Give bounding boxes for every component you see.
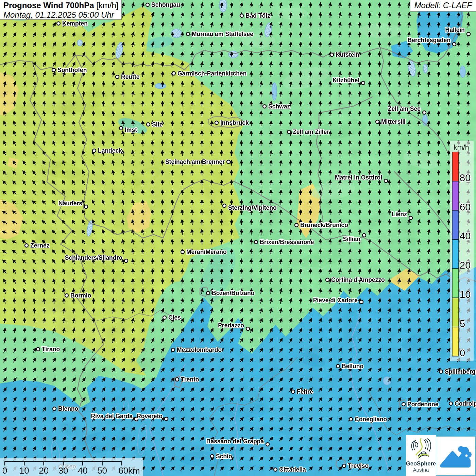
city-marker [449, 402, 453, 405]
city-label: Zernez [30, 242, 50, 249]
legend-tick-label: 0 [460, 347, 465, 358]
city-label: Brixen/Bressanone [260, 239, 314, 245]
city-marker [223, 204, 226, 207]
city-marker [330, 53, 334, 56]
legend-tick-label: 20 [460, 260, 471, 271]
legend-color-step [452, 269, 459, 298]
city-marker [181, 250, 184, 254]
city-label: Cortina d'Ampezzo [331, 276, 385, 283]
scalebar-label: 10 [19, 465, 29, 476]
city-label: Sillian [343, 236, 360, 242]
legend-tick-label: 10 [460, 289, 471, 300]
city-label: Pordenone [407, 401, 439, 408]
legend-color-step [452, 239, 459, 269]
city: Brixen/Bressanone [254, 239, 314, 245]
city-marker [453, 42, 456, 46]
city-label: Bassano del Grappa [206, 438, 264, 445]
city-marker [92, 149, 96, 152]
city-marker [84, 205, 88, 208]
city: Zell am Ziller [287, 129, 329, 135]
city-label: Bozen/Bolzano [212, 290, 254, 296]
city-label: Garmisch-Partenkirchen [177, 70, 247, 77]
legend-color-step [452, 298, 459, 327]
city-label: Mittersill [381, 118, 406, 125]
city-label: Schongau [151, 1, 180, 8]
city: Garmisch-Partenkirchen [172, 70, 247, 77]
scalebar: 0102030405060km [0, 458, 143, 476]
city-label: Treviso [348, 462, 369, 469]
city-marker [274, 468, 277, 471]
city-marker [361, 81, 365, 85]
title-parameter: Prognose Wind 700hPa [3, 1, 94, 10]
city-label: Sonthofen [57, 67, 87, 73]
city-label: Imst [125, 126, 137, 133]
city-marker [467, 32, 470, 36]
city-marker [25, 244, 28, 247]
city: Mezzolombardo [171, 346, 222, 353]
geosphere-logo-icon [406, 435, 436, 460]
city-label: Conegliano [355, 416, 387, 423]
map-title: Prognose Wind 700hPa [km/h] [3, 1, 121, 10]
city: Sterzing/Vipiteno [223, 204, 277, 211]
valid-time: Montag, 01.12.2025 05:00 Uhr [3, 10, 121, 20]
city: Pieve di Cadore [313, 297, 363, 304]
city-label: Rovereto [137, 413, 163, 420]
city: Conegliano [349, 416, 387, 423]
city-marker [172, 72, 175, 75]
city-marker [246, 327, 250, 330]
city-label: Cittadella [279, 466, 306, 473]
wind-map: km/h 806040201050 SchongauBad TölzKempte… [0, 0, 476, 476]
city: Bruneck/Brunico [295, 222, 348, 228]
city-marker [263, 105, 266, 108]
city-label: Mezzolombardo [177, 346, 222, 353]
city-label: Schio [216, 453, 232, 460]
city-marker [124, 259, 128, 262]
city-label: Kitzbühel [333, 77, 359, 84]
city-label: Belluno [342, 363, 363, 370]
title-box: Prognose Wind 700hPa [km/h] Montag, 01.1… [0, 0, 122, 20]
legend-color-step [452, 152, 459, 181]
legend-tick-label: 40 [460, 231, 471, 241]
city-label: Schlanders/Silandro [65, 254, 122, 261]
city: Murnau am Staffelsee [186, 31, 253, 37]
city-label: Nauders [58, 200, 82, 207]
legend-tick-label: 60 [460, 202, 471, 213]
geosphere-org-name: GeoSphere [406, 460, 436, 467]
city-marker [362, 234, 366, 237]
city-marker [116, 75, 119, 79]
city-label: Spilimbergo [445, 368, 476, 375]
city-label: Meran/Merano [186, 249, 227, 255]
city: Bozen/Bolzano [206, 290, 254, 296]
title-unit: [km/h] [96, 1, 118, 10]
city-label: Cles [168, 314, 181, 321]
city-label: Bienno [58, 405, 78, 412]
city-label: Predazzo [218, 322, 244, 329]
city: Pordenone [402, 401, 439, 408]
city-label: Hallein [445, 27, 465, 33]
city-marker [227, 160, 230, 164]
legend-title: km/h [454, 143, 469, 151]
city: Steinach am Brenner [165, 158, 230, 165]
city-label: Feltre [297, 388, 313, 395]
city: Spilimbergo [439, 368, 476, 375]
city-marker [295, 223, 298, 227]
scalebar-label: 40 [78, 465, 88, 476]
city-marker [171, 348, 175, 352]
legend-color-step [452, 181, 459, 210]
city-marker [439, 370, 443, 373]
legend-color-step [452, 327, 459, 356]
city-marker [349, 418, 353, 421]
scalebar-label: 30 [58, 465, 68, 476]
city-marker [266, 443, 269, 446]
city-marker [210, 455, 214, 458]
scalebar-label: 60km [118, 465, 140, 476]
legend-tick-label: 5 [460, 318, 465, 329]
city-marker [342, 464, 346, 468]
legend-tick-label: 80 [460, 172, 471, 183]
city-label: Zell am Ziller [293, 129, 329, 135]
city-label: Silz [152, 121, 162, 128]
city-marker [165, 417, 168, 421]
scalebar-label: 20 [39, 465, 49, 476]
city-marker [175, 378, 179, 381]
city-marker [360, 300, 363, 304]
